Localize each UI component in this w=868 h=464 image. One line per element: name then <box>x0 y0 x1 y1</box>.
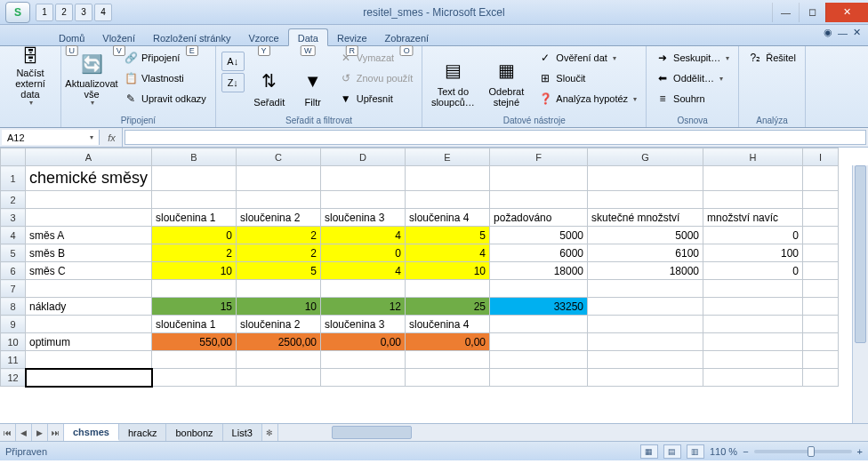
status-bar: Připraven ▦ ▤ ▥ 110 % − + <box>0 441 868 460</box>
quick-access-toolbar: 1 2 3 4 <box>36 4 112 21</box>
group-label: Osnova <box>652 115 733 127</box>
zoom-label[interactable]: 110 % <box>710 446 737 457</box>
new-sheet-button[interactable]: ✻ <box>262 424 278 441</box>
link-icon: 🔗 <box>124 51 138 65</box>
get-external-data-button[interactable]: 🗄 Načíst externí data▾ <box>5 48 55 110</box>
close-button[interactable]: ✕ <box>825 3 868 22</box>
sheet-tab-bonbonz[interactable]: bonbonz <box>166 424 222 441</box>
remove-duplicates-button[interactable]: ▦ Odebrat stejné <box>481 48 531 110</box>
ribbon-minimize-icon[interactable]: — <box>838 28 848 38</box>
filter-button[interactable]: ▼ Filtr <box>294 48 332 110</box>
zoom-slider[interactable] <box>754 450 852 453</box>
sheet-tab-chsmes[interactable]: chsmes <box>64 424 119 441</box>
ribbon-tab-rozložení stránky[interactable]: Rozložení stránkyE <box>144 29 239 45</box>
group-icon: ➜ <box>655 51 670 65</box>
props-icon: 📋 <box>124 71 138 85</box>
ribbon: 🗄 Načíst externí data▾ 🔄 Aktualizovat vš… <box>0 46 868 128</box>
title-bar: S 1 2 3 4 resitel_smes - Microsoft Excel… <box>0 0 868 25</box>
data-validation-button[interactable]: ✓Ověření dat▾ <box>534 48 640 68</box>
scroll-thumb[interactable] <box>332 426 412 439</box>
office-button[interactable]: S <box>5 2 30 23</box>
group-label: Seřadit a filtrovat <box>221 115 417 127</box>
qat-undo[interactable]: 2 <box>55 4 73 21</box>
reapply-button[interactable]: ↺Znovu použít <box>335 68 417 88</box>
status-text: Připraven <box>5 446 47 457</box>
edit-links-button[interactable]: ✎Upravit odkazy <box>120 89 210 108</box>
doc-close-icon[interactable]: ✕ <box>853 27 861 38</box>
sort-button[interactable]: ⇅ Seřadit <box>248 48 291 110</box>
spreadsheet-grid[interactable]: ABCDEFGHI 1chemické směsy 2 3sloučenina … <box>0 148 868 423</box>
subtotal-icon: ≡ <box>655 92 670 106</box>
reapply-icon: ↺ <box>339 71 353 85</box>
tab-nav-next[interactable]: ▶ <box>32 424 48 441</box>
label: Seřadit <box>253 97 285 108</box>
column-headers[interactable]: ABCDEFGHI <box>1 148 839 166</box>
active-cell[interactable] <box>26 369 152 387</box>
cell[interactable]: chemické směsy <box>26 166 152 191</box>
minimize-button[interactable]: — <box>772 3 799 22</box>
dedup-icon: ▦ <box>492 56 520 84</box>
chevron-down-icon: ▾ <box>90 133 93 141</box>
qat-redo[interactable]: 3 <box>75 4 92 21</box>
ribbon-tab-data[interactable]: DataW <box>288 28 328 46</box>
sort-desc-button[interactable]: Z↓ <box>221 73 245 92</box>
ribbon-tab-vzorce[interactable]: VzorceY <box>239 29 287 45</box>
refresh-icon: 🔄 <box>77 51 106 76</box>
name-box[interactable]: A12▾ <box>2 130 100 145</box>
formula-input[interactable] <box>125 130 866 145</box>
scroll-thumb[interactable] <box>855 165 866 343</box>
view-layout-button[interactable]: ▤ <box>663 444 681 459</box>
sort-asc-button[interactable]: A↓ <box>221 52 245 71</box>
ribbon-tab-domů[interactable]: DomůU <box>50 29 93 45</box>
group-label: Analýza <box>744 115 800 127</box>
qat-save[interactable]: 1 <box>36 4 53 21</box>
ribbon-tab-vložení[interactable]: VloženíV <box>93 29 144 45</box>
zoom-in-button[interactable]: + <box>857 446 863 457</box>
view-pagebreak-button[interactable]: ▥ <box>687 444 704 459</box>
advanced-icon: ▼ <box>339 92 353 106</box>
formula-bar: A12▾ fx <box>0 128 868 148</box>
vertical-scrollbar[interactable] <box>852 165 868 423</box>
group-button[interactable]: ➜Seskupit…▾ <box>652 48 733 68</box>
zoom-out-button[interactable]: − <box>743 446 748 457</box>
tab-nav-first[interactable]: ⏮ <box>0 424 16 441</box>
ribbon-tab-zobrazení[interactable]: ZobrazeníO <box>376 29 438 45</box>
window-title: resitel_smes - Microsoft Excel <box>0 6 868 19</box>
text-to-columns-button[interactable]: ▤ Text do sloupců… <box>428 48 478 110</box>
properties-button[interactable]: 📋Vlastnosti <box>120 68 210 88</box>
label: Načíst externí data <box>8 68 52 100</box>
label: Text do sloupců… <box>430 86 475 108</box>
label: Odebrat stejné <box>484 86 528 108</box>
tab-nav-last[interactable]: ⏭ <box>48 424 64 441</box>
group-label: Připojení <box>67 115 210 127</box>
whatif-button[interactable]: ❓Analýza hypotéz▾ <box>534 89 640 108</box>
qat-more[interactable]: 4 <box>94 4 112 21</box>
sheet-tab-List3[interactable]: List3 <box>223 424 262 441</box>
sheet-tab-bar: ⏮ ◀ ▶ ⏭ chsmeshrackzbonbonzList3 ✻ <box>0 423 868 441</box>
help-icon[interactable]: ◉ <box>824 27 832 38</box>
sheet-tab-hrackz[interactable]: hrackz <box>119 424 166 441</box>
zoom-thumb[interactable] <box>808 446 815 457</box>
ribbon-tab-revize[interactable]: RevizeR <box>328 29 376 45</box>
advanced-filter-button[interactable]: ▼Upřesnit <box>335 89 417 108</box>
horizontal-scrollbar[interactable] <box>296 424 868 441</box>
filter-icon: ▼ <box>299 67 327 95</box>
subtotal-button[interactable]: ≡Souhrn <box>652 89 733 108</box>
consolidate-button[interactable]: ⊞Sloučit <box>534 68 640 88</box>
group-label: Datové nástroje <box>428 115 640 127</box>
maximize-button[interactable]: ◻ <box>799 3 825 22</box>
group-label <box>5 124 55 127</box>
label: Aktualizovat vše <box>65 78 117 100</box>
label: Filtr <box>305 97 321 108</box>
fx-icon[interactable]: fx <box>101 128 123 147</box>
refresh-all-button[interactable]: 🔄 Aktualizovat vše▾ <box>67 48 117 110</box>
solver-button[interactable]: ?₂Řešitel <box>744 48 800 68</box>
ungroup-icon: ⬅ <box>655 71 670 85</box>
ungroup-button[interactable]: ⬅Oddělit…▾ <box>652 68 733 88</box>
database-icon: 🗄 <box>16 46 44 66</box>
solver-icon: ?₂ <box>748 51 762 65</box>
view-normal-button[interactable]: ▦ <box>640 444 658 459</box>
ribbon-tabs: DomůUVloženíVRozložení stránkyEVzorceYDa… <box>0 25 868 46</box>
sort-icon: ⇅ <box>255 67 284 95</box>
tab-nav-prev[interactable]: ◀ <box>16 424 32 441</box>
